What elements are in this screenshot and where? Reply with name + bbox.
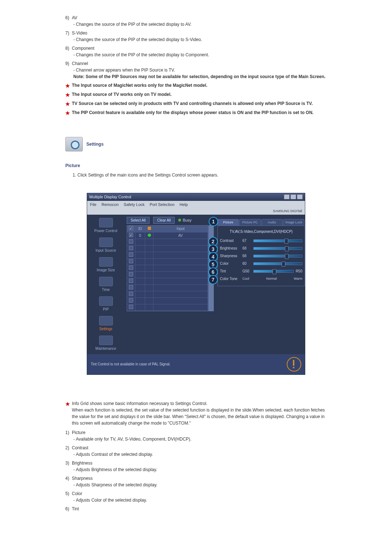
star-text: The Input source of TV works only on TV … [72,91,327,99]
control-value: 67 [242,238,253,243]
sidebar-icon [99,238,113,247]
item-number: 8) [65,45,72,52]
star-text: The Input source of MagicNet works only … [72,82,327,90]
info-line1: Info Grid shows some basic information n… [72,401,208,406]
row-checkbox[interactable] [129,266,133,270]
tone-option: Warm [294,276,302,281]
table-row [127,252,208,259]
list-item: 9)Channel -Channel arrow appears when th… [65,60,327,80]
item-desc: -Adjusts Contrast of the selected displa… [73,451,327,458]
sidebar-icon [99,316,113,325]
picture-instruction: 1. Click Settings of the main icons and … [73,172,327,178]
sidebar-icon [99,336,113,345]
settings-header: Settings [65,137,327,151]
tab[interactable]: Picture [217,219,239,226]
sidebar-item[interactable]: Settings [89,315,123,332]
item-label: Brightness [72,461,93,466]
row-checkbox[interactable] [129,298,133,303]
col-status [145,226,154,232]
settings-tabs: PicturePicture PCAudioImage Lock [217,219,305,226]
control-label: Contrast [220,238,242,243]
main-panel: Select All Clear All Busy ID Input [124,215,216,354]
col-input: Input [154,226,208,232]
item-number: 6) [65,15,72,21]
control-label: Color [220,261,242,266]
table-row [127,265,208,272]
menu-item[interactable]: Port Selection [150,202,174,207]
slider[interactable] [253,270,294,273]
sidebar-icon [99,257,113,267]
item-desc: -Adjusts Brightness of the selected disp… [73,466,327,473]
slider-thumb[interactable] [282,262,285,267]
status-bar: Tint Control is not available in case of… [87,354,305,374]
item-number: 9) [65,60,72,67]
control-value: 68 [242,253,253,259]
tone-option: Normal [266,276,277,281]
star-icon: ★ [65,82,72,90]
tab[interactable]: Audio [261,219,283,226]
row-checkbox[interactable] [129,292,133,296]
brand-label: SAMSUNG DIGITall [87,208,305,215]
item-number: 3) [65,460,72,466]
item-label: Picture [72,430,85,435]
item-desc: -Changes the source of the PIP of the se… [73,52,327,58]
slider-thumb[interactable] [285,254,289,259]
slider-thumb[interactable] [285,239,288,244]
tab[interactable]: Picture PC [239,219,261,226]
slider[interactable] [253,247,302,250]
sidebar-item[interactable]: Input Source [89,236,123,254]
grid-header: ID Input [127,226,208,232]
slider-thumb[interactable] [273,269,276,274]
slider-row: 2Contrast 67 [220,238,302,243]
slider[interactable] [253,255,302,258]
row-checkbox[interactable] [129,285,133,289]
tab[interactable]: Image Lock [283,219,305,226]
col-id: ID [135,226,145,232]
table-row[interactable]: 0 AV [127,232,208,239]
control-value: 68 [242,246,253,251]
row-checkbox[interactable] [129,272,133,276]
menu-item[interactable]: Remocon [102,202,119,207]
slider-thumb[interactable] [285,246,289,251]
sidebar-icon [99,277,113,286]
table-row [127,304,208,311]
sidebar-icon [99,218,113,227]
sidebar-item[interactable]: PIP [89,295,123,313]
item-label: Component [72,46,94,51]
clear-all-button[interactable]: Clear All [153,217,175,224]
slider[interactable] [253,262,302,265]
row-checkbox[interactable] [129,305,133,309]
color-tone-slider[interactable]: CoolNormalWarm [242,276,302,281]
list-item: 2)Contrast-Adjusts Contrast of the selec… [65,445,327,458]
row-checkbox[interactable] [129,252,133,257]
menu-item[interactable]: Safety Lock [124,202,144,207]
callout-7: 7 [208,275,218,284]
menu-bar[interactable]: FileRemoconSafety LockPort SelectionHelp [87,201,305,208]
toolbar: Select All Clear All Busy [127,217,214,224]
window-controls[interactable] [284,194,303,199]
row-checkbox[interactable] [129,279,133,283]
menu-item[interactable]: Help [180,202,188,207]
sidebar-item[interactable]: Time [89,276,123,293]
control-label: Brightness [220,246,242,251]
item-number: 6) [65,506,72,512]
item-desc: -Adjusts Color of the selected display. [73,497,327,503]
tint-right: R50 [294,268,302,274]
row-checkbox[interactable] [129,239,133,244]
menu-item[interactable]: File [90,202,97,207]
select-all-button[interactable]: Select All [127,217,150,224]
checkbox-icon[interactable] [129,226,133,230]
sidebar-item[interactable]: Maintenance [89,335,123,352]
table-row [127,278,208,285]
item-number: 7) [65,30,72,36]
status-text: Tint Control is not available in case of… [91,361,171,367]
slider[interactable] [253,239,302,242]
item-label: Sharpness [72,476,93,481]
sidebar-item[interactable]: Image Size [89,256,123,274]
row-checkbox[interactable] [129,233,133,237]
sidebar-item[interactable]: Power Control [89,217,123,234]
star-note: ★The Input source of TV works only on TV… [65,91,327,99]
row-checkbox[interactable] [129,246,133,250]
source-hint: TV,AV,S-Video,Component,DVI(HDCP) [220,229,302,234]
row-checkbox[interactable] [129,259,133,263]
